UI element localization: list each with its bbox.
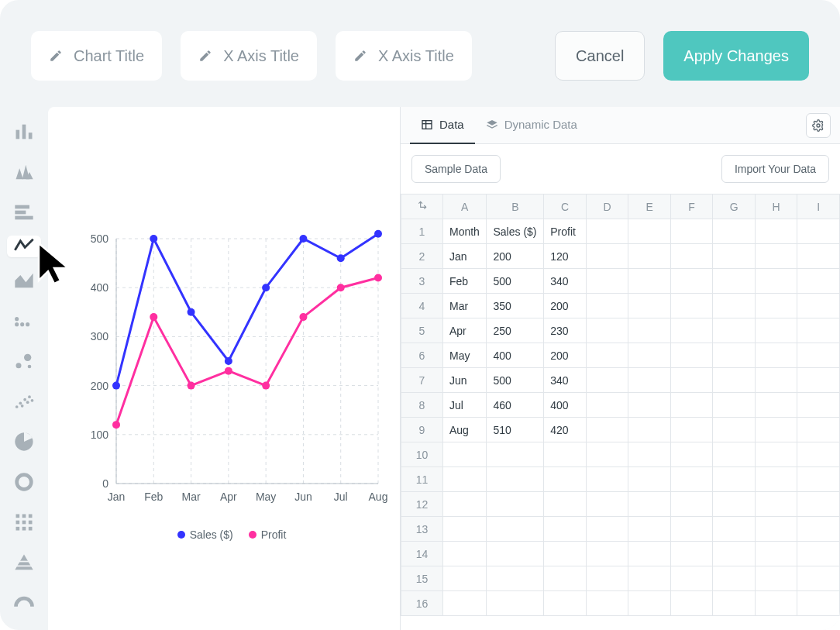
row-number[interactable]: 9	[401, 418, 443, 442]
cell[interactable]	[755, 442, 797, 467]
cell[interactable]	[713, 368, 756, 393]
cell[interactable]	[713, 566, 756, 591]
cell[interactable]: Aug	[443, 418, 487, 442]
import-data-button[interactable]: Import Your Data	[721, 155, 829, 183]
cell[interactable]	[628, 418, 671, 442]
cell[interactable]	[628, 467, 671, 492]
cell[interactable]: May	[443, 343, 487, 368]
cell[interactable]: Jul	[443, 393, 487, 418]
cell[interactable]	[755, 542, 797, 566]
cell[interactable]: 120	[544, 244, 587, 269]
cell[interactable]	[670, 467, 713, 492]
column-header[interactable]: G	[713, 195, 756, 219]
cell[interactable]	[443, 467, 487, 492]
cell[interactable]	[755, 343, 797, 368]
row-number[interactable]: 16	[401, 591, 443, 616]
cell[interactable]	[713, 219, 756, 244]
cell[interactable]: 510	[487, 418, 544, 442]
dot-plot-icon[interactable]	[13, 310, 35, 332]
cell[interactable]	[443, 442, 487, 467]
column-header[interactable]: A	[443, 195, 487, 219]
row-number[interactable]: 2	[401, 244, 443, 269]
cell[interactable]	[487, 492, 544, 517]
cell[interactable]	[797, 442, 840, 467]
cell[interactable]	[755, 591, 797, 616]
cancel-button[interactable]: Cancel	[555, 31, 645, 81]
column-header[interactable]: F	[670, 195, 713, 219]
cell[interactable]	[713, 318, 756, 343]
cell[interactable]: Month	[443, 219, 487, 244]
cell[interactable]: Profit	[544, 219, 587, 244]
column-header[interactable]: I	[797, 195, 840, 219]
cell[interactable]: Mar	[443, 294, 487, 318]
column-header[interactable]: E	[628, 195, 671, 219]
sample-data-button[interactable]: Sample Data	[411, 155, 501, 183]
cell[interactable]	[797, 294, 840, 318]
cell[interactable]	[628, 368, 671, 393]
cell[interactable]	[544, 566, 587, 591]
cell[interactable]	[713, 467, 756, 492]
cell[interactable]	[628, 393, 671, 418]
row-number[interactable]: 3	[401, 269, 443, 294]
donut-icon[interactable]	[13, 471, 35, 493]
cell[interactable]	[670, 492, 713, 517]
cell[interactable]	[628, 294, 671, 318]
column-header[interactable]: B	[487, 195, 544, 219]
cell[interactable]	[713, 294, 756, 318]
cell[interactable]: 400	[544, 393, 587, 418]
cell[interactable]	[544, 542, 587, 566]
cell[interactable]	[586, 244, 628, 269]
cell[interactable]	[670, 294, 713, 318]
row-number[interactable]: 15	[401, 566, 443, 591]
cell[interactable]	[755, 393, 797, 418]
cell[interactable]	[586, 517, 628, 542]
cell[interactable]	[755, 269, 797, 294]
cell[interactable]	[797, 492, 840, 517]
row-number[interactable]: 1	[401, 219, 443, 244]
column-header[interactable]: D	[586, 195, 628, 219]
cell[interactable]	[797, 219, 840, 244]
cell[interactable]	[797, 343, 840, 368]
cell[interactable]	[544, 517, 587, 542]
cell[interactable]	[713, 343, 756, 368]
cell[interactable]	[755, 467, 797, 492]
cell[interactable]: 200	[487, 244, 544, 269]
row-number[interactable]: 5	[401, 318, 443, 343]
cell[interactable]: Apr	[443, 318, 487, 343]
chart-title-input[interactable]: Chart Title	[31, 31, 162, 81]
cell[interactable]	[713, 492, 756, 517]
column-header[interactable]: H	[755, 195, 797, 219]
row-number[interactable]: 10	[401, 442, 443, 467]
cell[interactable]	[544, 591, 587, 616]
cell[interactable]	[797, 318, 840, 343]
cell[interactable]	[628, 492, 671, 517]
cell[interactable]	[670, 318, 713, 343]
cell[interactable]	[586, 442, 628, 467]
cell[interactable]	[628, 442, 671, 467]
cell[interactable]	[586, 566, 628, 591]
apply-changes-button[interactable]: Apply Changes	[663, 31, 809, 81]
cell[interactable]: 500	[487, 269, 544, 294]
cell[interactable]	[628, 219, 671, 244]
cell[interactable]	[544, 492, 587, 517]
cell[interactable]	[797, 244, 840, 269]
cell[interactable]	[797, 467, 840, 492]
cell[interactable]	[670, 343, 713, 368]
cell[interactable]	[713, 591, 756, 616]
line-chart-icon-selected[interactable]	[7, 236, 41, 257]
row-number[interactable]: 13	[401, 517, 443, 542]
bubble-icon[interactable]	[13, 350, 35, 372]
cell[interactable]	[443, 591, 487, 616]
cell[interactable]	[670, 269, 713, 294]
cell[interactable]	[670, 368, 713, 393]
stacked-bar-icon[interactable]	[13, 201, 35, 223]
cell[interactable]	[713, 517, 756, 542]
cell[interactable]: Jun	[443, 368, 487, 393]
cell[interactable]	[586, 294, 628, 318]
cell[interactable]	[797, 517, 840, 542]
cell[interactable]	[713, 442, 756, 467]
cell[interactable]	[713, 269, 756, 294]
cell[interactable]	[797, 542, 840, 566]
row-number[interactable]: 4	[401, 294, 443, 318]
area-chart-icon[interactable]	[13, 270, 35, 291]
